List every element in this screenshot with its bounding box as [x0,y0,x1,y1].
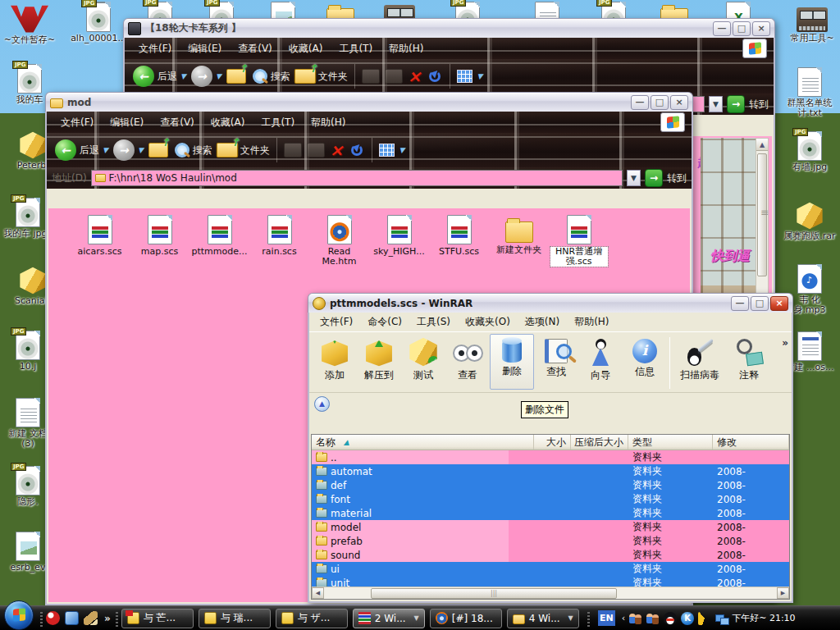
taskbar-grip[interactable] [40,610,43,627]
file-item-selected[interactable]: HNR普通增强.scs [549,215,609,267]
taskbar-grip[interactable] [587,610,590,627]
folders-button[interactable]: 文件夹 [295,69,348,84]
minimize-button[interactable]: — [731,296,749,311]
desktop-icon-race-rar[interactable]: 属赛跑版.rar [783,200,836,241]
chevron-down-icon[interactable]: ▼ [216,72,221,80]
go-button[interactable]: → [645,169,663,187]
taskbar-grip[interactable] [116,610,118,627]
menu-favorites[interactable]: 收藏(A) [203,114,253,131]
search-button[interactable]: 搜索 [251,68,290,84]
virus-scan-button[interactable]: 扫描病毒 [673,334,727,390]
menu-edit[interactable]: 编辑(E) [180,40,229,57]
desktop-icon-wall-jpg[interactable]: 有墙.jpg [783,131,836,172]
menu-view[interactable]: 查看(V) [231,40,280,57]
scroll-up-arrow[interactable]: ▲ [756,139,768,151]
up-one-level-button[interactable]: ▲ [314,396,330,412]
archive-row[interactable]: prefab 资料夹 2008- [312,534,789,548]
menu-favorites[interactable]: 收藏夹(O) [458,313,518,331]
archive-row[interactable]: ui 资料夹 2008- [312,562,789,576]
scroll-thumb[interactable]: ||| [371,588,617,599]
move-to-icon[interactable] [362,69,380,84]
view-button[interactable]: 查看 [445,334,490,390]
file-item-new-folder[interactable]: 新建文件夹 [489,215,549,267]
copy-to-icon[interactable] [385,69,403,84]
archive-row[interactable]: model 资料夹 2008- [312,520,789,534]
forward-button[interactable]: ▼ [191,66,221,87]
file-item[interactable]: pttmmode... [189,215,249,267]
column-modified[interactable]: 修改 [713,435,789,450]
desktop-icon-common-tools[interactable]: 常用工具~ [786,4,838,43]
extract-to-button[interactable]: 解压到 [357,334,401,390]
up-one-level-icon[interactable] [148,143,168,158]
back-button[interactable]: 后退 ▼ [133,66,186,87]
find-button[interactable]: 查找 [534,334,578,390]
maximize-button[interactable]: □ [751,296,769,311]
file-item[interactable]: Read Me.htm [309,215,369,267]
column-type[interactable]: 类型 [628,435,713,450]
go-button[interactable]: → [727,95,745,113]
column-size[interactable]: 大小 [534,435,571,450]
views-icon[interactable] [379,144,395,157]
task-button-qq-chat-3[interactable]: 与 ザ... [276,609,348,628]
address-dropdown[interactable]: ▼ [627,170,641,186]
file-item[interactable]: map.scs [130,215,189,267]
delete-icon[interactable]: × [408,68,422,84]
menu-file[interactable]: 文件(F) [313,313,360,331]
test-button[interactable]: 测试 [401,334,445,390]
address-input[interactable]: F:\hnr\18 WoS Haulin\mod [91,170,623,186]
kugou-icon[interactable] [681,612,694,625]
column-name[interactable]: 名称▲ [312,435,534,450]
chevron-down-icon[interactable]: ▼ [568,614,573,622]
desktop-icon-blacklist-txt[interactable]: 群黑名单统计.txt [783,67,836,118]
quicklaunch-overflow-chevron[interactable]: » [104,613,111,624]
file-item[interactable]: aicars.scs [70,215,130,267]
qq-group-icon[interactable] [646,612,660,625]
maximize-button[interactable]: □ [733,21,751,36]
folders-button[interactable]: 文件夹 [217,143,270,158]
archive-row-updir[interactable]: .. 资料夹 [312,450,789,464]
chevron-down-icon[interactable]: ▼ [399,146,405,154]
close-button[interactable]: × [752,21,770,36]
up-one-level-icon[interactable] [226,69,246,84]
file-item[interactable]: sky_HIGH... [369,215,429,267]
chevron-down-icon[interactable]: ▼ [103,146,108,154]
network-icon[interactable] [715,612,728,625]
start-button[interactable] [4,600,34,630]
task-button-explorer-group[interactable]: 4 Wi... ▼ [507,609,579,628]
clock[interactable]: 下午好~ 21:10 [732,612,795,624]
title-bar[interactable]: pttmmodels.scs - WinRAR — □ × [308,293,793,313]
chevron-down-icon[interactable]: ▼ [138,146,144,154]
info-button[interactable]: 信息 [623,334,667,390]
address-dropdown[interactable]: ▼ [709,96,723,112]
archive-row[interactable]: material 资料夹 2008- [312,506,789,520]
menu-file[interactable]: 文件(F) [131,40,179,57]
minimize-button[interactable]: — [713,21,731,36]
chevron-down-icon[interactable]: ▼ [180,72,186,80]
archive-row[interactable]: def 资料夹 2008- [312,478,789,492]
archive-row[interactable]: automat 资料夹 2008- [312,464,789,478]
qq-group-icon[interactable] [629,612,642,625]
chevron-down-icon[interactable]: ▼ [414,614,419,622]
close-button[interactable]: × [670,95,688,110]
task-button-winrar-group[interactable]: 2 Wi... ▼ [353,609,425,628]
undo-icon[interactable] [427,69,443,84]
close-button[interactable]: × [770,296,788,311]
wizard-button[interactable]: 向导 [578,334,623,390]
undo-icon[interactable] [349,143,365,158]
delete-icon[interactable]: × [330,142,344,158]
menu-help[interactable]: 帮助(H) [304,114,353,131]
menu-edit[interactable]: 编辑(E) [103,114,151,131]
menu-help[interactable]: 帮助(H) [567,313,616,331]
menu-tools[interactable]: 工具(T) [253,114,302,131]
quicklaunch-cleaner-icon[interactable] [84,611,98,625]
menu-commands[interactable]: 命令(C) [360,313,409,331]
menu-favorites[interactable]: 收藏(A) [281,40,331,57]
delete-button[interactable]: 删除 [490,334,534,390]
views-icon[interactable] [457,70,472,83]
archive-row[interactable]: sound 资料夹 2008- [312,548,789,562]
task-button-firefox[interactable]: [#] 18... [430,609,502,628]
qq-penguin-icon[interactable] [664,612,677,625]
desktop-icon-file-stash[interactable]: ~文件暂存~ [3,2,56,45]
maximize-button[interactable]: □ [651,95,669,110]
scroll-left-arrow[interactable]: ◀ [312,587,324,599]
